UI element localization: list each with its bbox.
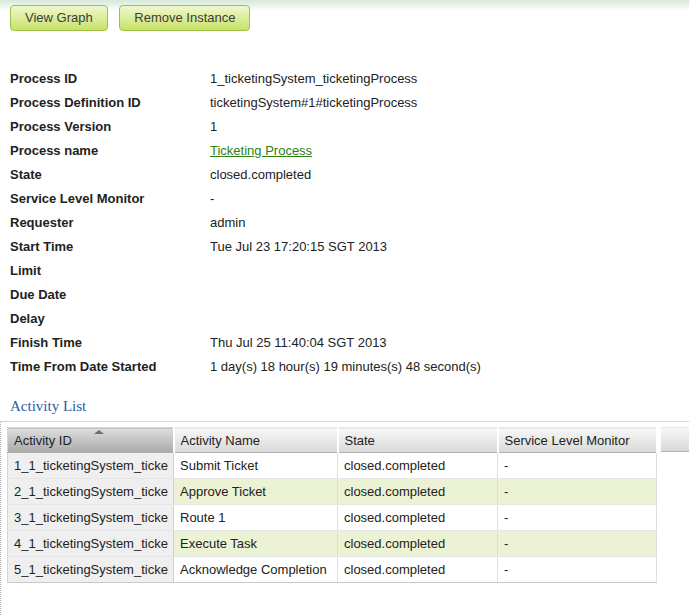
remove-instance-button[interactable]: Remove Instance <box>119 5 250 31</box>
table-header-spacer <box>661 427 689 452</box>
detail-label: Service Level Monitor <box>10 191 210 206</box>
activity-table: Activity IDActivity NameStateService Lev… <box>7 427 658 583</box>
activity-cell: closed.completed <box>338 479 498 505</box>
detail-row: Limit <box>10 258 689 282</box>
detail-row: Delay <box>10 306 689 330</box>
detail-row: Requesteradmin <box>10 210 689 234</box>
detail-value: Thu Jul 25 11:40:04 SGT 2013 <box>210 335 387 350</box>
activity-cell: Execute Task <box>174 531 338 557</box>
detail-row: Process ID1_ticketingSystem_ticketingPro… <box>10 66 689 90</box>
detail-label: Requester <box>10 215 210 230</box>
detail-row: Stateclosed.completed <box>10 162 689 186</box>
view-graph-button[interactable]: View Graph <box>10 5 108 31</box>
activity-cell: - <box>498 531 657 557</box>
activity-cell: Route 1 <box>174 505 338 531</box>
activity-cell: - <box>498 557 657 583</box>
detail-label: Limit <box>10 263 210 278</box>
activity-row: 4_1_ticketingSystem_tickeExecute Taskclo… <box>8 531 657 557</box>
activity-id-cell: 1_1_ticketingSystem_ticke <box>8 453 174 479</box>
detail-label: Delay <box>10 311 210 326</box>
detail-label: Process ID <box>10 71 210 86</box>
activity-cell: Submit Ticket <box>174 453 338 479</box>
activity-id-cell: 3_1_ticketingSystem_ticke <box>8 505 174 531</box>
activity-row: 3_1_ticketingSystem_tickeRoute 1closed.c… <box>8 505 657 531</box>
detail-row: Time From Date Started1 day(s) 18 hour(s… <box>10 354 689 378</box>
detail-value: Tue Jul 23 17:20:15 SGT 2013 <box>210 239 387 254</box>
detail-label: Process Definition ID <box>10 95 210 110</box>
detail-label: Finish Time <box>10 335 210 350</box>
detail-value: - <box>210 191 214 206</box>
activity-row: 1_1_ticketingSystem_tickeSubmit Ticketcl… <box>8 453 657 479</box>
detail-row: Process nameTicketing Process <box>10 138 689 162</box>
detail-row: Start TimeTue Jul 23 17:20:15 SGT 2013 <box>10 234 689 258</box>
detail-value: ticketingSystem#1#ticketingProcess <box>210 95 417 110</box>
detail-label: Due Date <box>10 287 210 302</box>
activity-id-cell: 4_1_ticketingSystem_ticke <box>8 531 174 557</box>
detail-value: admin <box>210 215 245 230</box>
activity-row: 2_1_ticketingSystem_tickeApprove Ticketc… <box>8 479 657 505</box>
activity-cell: - <box>498 479 657 505</box>
activity-id-cell: 2_1_ticketingSystem_ticke <box>8 479 174 505</box>
activity-cell: closed.completed <box>338 531 498 557</box>
activity-row: 5_1_ticketingSystem_tickeAcknowledge Com… <box>8 557 657 583</box>
column-header-service-level-monitor[interactable]: Service Level Monitor <box>498 428 657 453</box>
activity-list-container: Activity IDActivity NameStateService Lev… <box>0 422 689 616</box>
toolbar: View Graph Remove Instance <box>10 5 258 31</box>
column-header-activity-name[interactable]: Activity Name <box>174 428 338 453</box>
sort-ascending-icon <box>94 430 104 434</box>
detail-value: 1_ticketingSystem_ticketingProcess <box>210 71 417 86</box>
detail-row: Process Definition IDticketingSystem#1#t… <box>10 90 689 114</box>
detail-label: Time From Date Started <box>10 359 210 374</box>
activity-table-header-row: Activity IDActivity NameStateService Lev… <box>8 428 657 453</box>
activity-list-title: Activity List <box>0 398 689 422</box>
column-header-activity-id[interactable]: Activity ID <box>8 428 174 453</box>
activity-cell: closed.completed <box>338 453 498 479</box>
process-name-link[interactable]: Ticketing Process <box>210 143 312 158</box>
detail-value: 1 <box>210 119 217 134</box>
detail-value: closed.completed <box>210 167 311 182</box>
process-details: Process ID1_ticketingSystem_ticketingPro… <box>10 66 689 378</box>
detail-value: 1 day(s) 18 hour(s) 19 minutes(s) 48 sec… <box>210 359 481 374</box>
activity-id-cell: 5_1_ticketingSystem_ticke <box>8 557 174 583</box>
activity-cell: - <box>498 453 657 479</box>
activity-cell: - <box>498 505 657 531</box>
detail-row: Finish TimeThu Jul 25 11:40:04 SGT 2013 <box>10 330 689 354</box>
detail-label: Process Version <box>10 119 210 134</box>
activity-cell: closed.completed <box>338 557 498 583</box>
column-header-state[interactable]: State <box>338 428 498 453</box>
detail-row: Service Level Monitor- <box>10 186 689 210</box>
activity-cell: Approve Ticket <box>174 479 338 505</box>
detail-label: Start Time <box>10 239 210 254</box>
activity-cell: closed.completed <box>338 505 498 531</box>
activity-table-body: 1_1_ticketingSystem_tickeSubmit Ticketcl… <box>8 453 657 583</box>
detail-value: Ticketing Process <box>210 143 312 158</box>
detail-row: Due Date <box>10 282 689 306</box>
detail-label: State <box>10 167 210 182</box>
detail-label: Process name <box>10 143 210 158</box>
detail-row: Process Version1 <box>10 114 689 138</box>
activity-cell: Acknowledge Completion <box>174 557 338 583</box>
